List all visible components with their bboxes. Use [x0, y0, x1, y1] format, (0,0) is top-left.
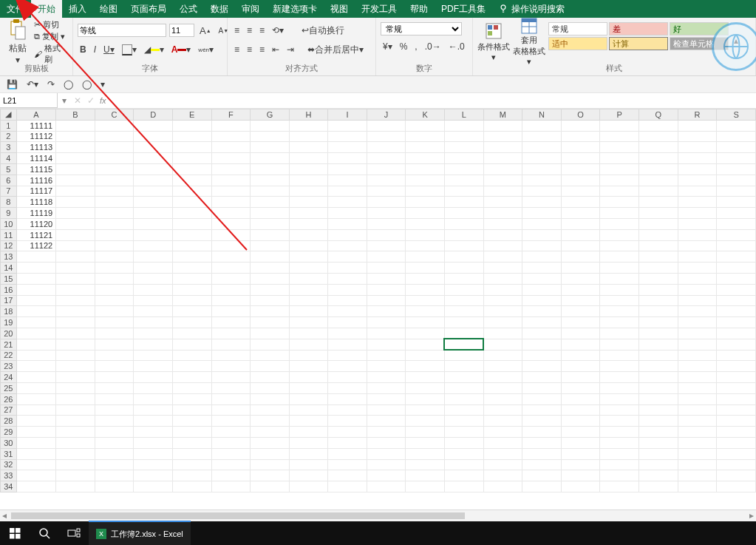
cell-J19[interactable] — [367, 317, 406, 328]
row-header-30[interactable]: 30 — [1, 437, 17, 448]
cell-A14[interactable] — [16, 263, 55, 274]
cell-C1[interactable] — [95, 120, 134, 131]
cell-H7[interactable] — [289, 186, 328, 197]
cell-F19[interactable] — [211, 317, 251, 328]
cell-P10[interactable] — [600, 218, 639, 229]
cell-F25[interactable] — [211, 382, 251, 393]
cell-B25[interactable] — [56, 382, 95, 393]
cell-I24[interactable] — [328, 372, 367, 383]
cell-J9[interactable] — [367, 208, 406, 219]
cell-K10[interactable] — [406, 218, 445, 229]
cell-A17[interactable] — [16, 295, 55, 306]
cell-R20[interactable] — [678, 328, 717, 339]
cell-J34[interactable] — [367, 481, 406, 492]
cell-Q26[interactable] — [638, 393, 678, 404]
cell-G28[interactable] — [251, 416, 290, 427]
cell-L14[interactable] — [444, 263, 483, 274]
cell-S12[interactable] — [717, 240, 756, 251]
cell-E12[interactable] — [172, 240, 211, 251]
cell-P31[interactable] — [600, 448, 639, 459]
cell-Q7[interactable] — [638, 186, 678, 197]
cell-N25[interactable] — [522, 382, 562, 393]
row-header-1[interactable]: 1 — [1, 120, 17, 131]
cell-I15[interactable] — [328, 273, 367, 284]
cell-C21[interactable] — [95, 339, 134, 350]
cell-Q15[interactable] — [638, 273, 678, 284]
cell-P15[interactable] — [600, 273, 639, 284]
cell-J17[interactable] — [367, 295, 406, 306]
cell-C29[interactable] — [95, 427, 134, 438]
column-header-K[interactable]: K — [406, 109, 445, 121]
cell-O2[interactable] — [561, 131, 600, 142]
cell-S26[interactable] — [717, 393, 756, 404]
cell-D7[interactable] — [134, 186, 173, 197]
cell-B14[interactable] — [56, 263, 95, 274]
cell-D5[interactable] — [134, 163, 173, 175]
cell-B22[interactable] — [56, 350, 95, 361]
cell-P19[interactable] — [600, 317, 639, 328]
cell-I9[interactable] — [328, 208, 367, 219]
cell-I7[interactable] — [328, 186, 367, 197]
cell-S11[interactable] — [717, 229, 756, 240]
tab-help[interactable]: 帮助 — [403, 0, 435, 18]
cell-D15[interactable] — [134, 273, 173, 284]
cell-D33[interactable] — [134, 470, 173, 481]
cell-G6[interactable] — [251, 175, 290, 186]
cell-J24[interactable] — [367, 372, 406, 383]
cell-M6[interactable] — [483, 175, 522, 186]
cell-O33[interactable] — [561, 470, 600, 481]
cell-S19[interactable] — [717, 317, 756, 328]
cell-Q24[interactable] — [638, 372, 678, 383]
cell-E9[interactable] — [172, 208, 211, 219]
cell-D11[interactable] — [134, 229, 173, 240]
cell-C30[interactable] — [95, 437, 134, 448]
cell-A31[interactable] — [16, 448, 55, 459]
cell-F24[interactable] — [211, 372, 251, 383]
cell-O25[interactable] — [561, 382, 600, 393]
save-button[interactable]: 💾 — [4, 76, 20, 92]
cell-J26[interactable] — [367, 393, 406, 404]
cell-L9[interactable] — [444, 208, 483, 219]
cell-P12[interactable] — [600, 240, 639, 251]
cell-P22[interactable] — [600, 350, 639, 361]
cell-H31[interactable] — [289, 448, 328, 459]
cell-N28[interactable] — [522, 416, 562, 427]
cell-E25[interactable] — [172, 382, 211, 393]
tell-me-search[interactable]: 操作说明搜索 — [492, 3, 571, 16]
cell-E30[interactable] — [172, 437, 211, 448]
cell-J10[interactable] — [367, 218, 406, 229]
cell-D34[interactable] — [134, 481, 173, 492]
cell-A33[interactable] — [16, 470, 55, 481]
comma-style-button[interactable]: , — [412, 38, 419, 55]
row-header-2[interactable]: 2 — [1, 131, 17, 142]
cell-L7[interactable] — [444, 186, 483, 197]
cell-Q27[interactable] — [638, 404, 678, 416]
cell-L8[interactable] — [444, 197, 483, 208]
cell-O11[interactable] — [561, 229, 600, 240]
cell-K23[interactable] — [406, 361, 445, 372]
cell-H18[interactable] — [289, 306, 328, 317]
cell-N30[interactable] — [522, 437, 562, 448]
cell-style-neutral[interactable]: 适中 — [548, 37, 607, 50]
cell-M5[interactable] — [483, 163, 522, 175]
cell-H11[interactable] — [289, 229, 328, 240]
cell-Q20[interactable] — [638, 328, 678, 339]
column-header-M[interactable]: M — [483, 109, 522, 121]
cell-D10[interactable] — [134, 218, 173, 229]
column-header-D[interactable]: D — [134, 109, 173, 121]
cell-N11[interactable] — [522, 229, 562, 240]
cell-L12[interactable] — [444, 240, 483, 251]
cell-M21[interactable] — [483, 339, 522, 350]
cell-E23[interactable] — [172, 361, 211, 372]
row-header-32[interactable]: 32 — [1, 459, 17, 470]
cell-E5[interactable] — [172, 163, 211, 175]
cell-L22[interactable] — [444, 350, 483, 361]
cell-N6[interactable] — [522, 175, 562, 186]
cell-N8[interactable] — [522, 197, 562, 208]
cell-M15[interactable] — [483, 273, 522, 284]
cell-G11[interactable] — [251, 229, 290, 240]
cell-R32[interactable] — [678, 459, 717, 470]
cell-O29[interactable] — [561, 427, 600, 438]
cell-C32[interactable] — [95, 459, 134, 470]
cell-O32[interactable] — [561, 459, 600, 470]
